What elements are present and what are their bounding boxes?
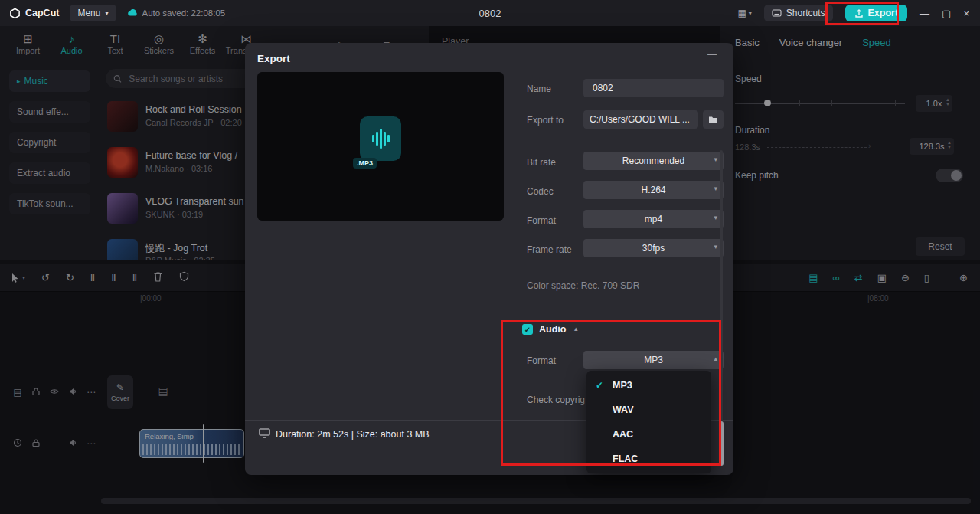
keyboard-icon — [772, 9, 782, 17]
folder-icon — [708, 116, 718, 124]
menu-button[interactable]: Menu ▾ — [70, 5, 116, 21]
chevron-down-icon: ▾ — [714, 185, 717, 192]
frame-rate-value: 30fps — [642, 243, 665, 254]
chevron-down-icon: ▾ — [749, 10, 752, 17]
export-preview: .MP3 — [257, 72, 504, 221]
name-label: Name — [527, 83, 551, 94]
layout-grid-icon: ▦ — [737, 8, 746, 18]
file-waveform-icon — [360, 116, 401, 161]
format-value: mp4 — [645, 214, 662, 224]
format-dropdown[interactable]: mp4 ▾ — [583, 210, 724, 228]
mp3-file-icon: .MP3 — [358, 116, 403, 167]
format-label: Format — [527, 215, 556, 226]
codec-dropdown[interactable]: H.264 ▾ — [583, 181, 724, 199]
logo-text: CapCut — [25, 8, 59, 18]
name-input[interactable] — [591, 82, 724, 94]
capcut-logo-icon — [9, 8, 21, 19]
autosave-status: Auto saved: 22:08:05 — [127, 8, 226, 18]
codec-value: H.264 — [641, 185, 665, 195]
bit-rate-value: Recommended — [622, 156, 684, 166]
bit-rate-label: Bit rate — [527, 157, 556, 168]
name-field-wrap — [583, 79, 724, 97]
export-summary: Duration: 2m 52s | Size: about 3 MB — [276, 429, 430, 440]
chevron-down-icon: ▾ — [105, 10, 108, 17]
autosave-text: Auto saved: 22:08:05 — [142, 8, 226, 18]
dialog-minimize-icon[interactable]: — — [707, 49, 717, 60]
minimize-button[interactable]: — — [920, 8, 929, 19]
codec-label: Codec — [527, 186, 554, 197]
frame-rate-dropdown[interactable]: 30fps ▾ — [583, 239, 724, 257]
color-space-text: Color space: Rec. 709 SDR — [527, 280, 639, 291]
cloud-save-icon — [127, 8, 138, 18]
display-icon — [259, 428, 270, 438]
chevron-down-icon: ▾ — [714, 214, 717, 221]
document-title: 0802 — [479, 8, 501, 19]
browse-folder-button[interactable] — [703, 110, 724, 129]
bit-rate-dropdown[interactable]: Recommended ▾ — [583, 152, 724, 170]
chevron-down-icon: ▾ — [714, 243, 717, 250]
menu-label: Menu — [77, 8, 100, 18]
chevron-down-icon: ▾ — [714, 156, 717, 163]
layout-switcher[interactable]: ▦ ▾ — [737, 8, 751, 18]
export-to-label: Export to — [527, 115, 564, 126]
export-path-field[interactable]: C:/Users/GOOD WILL ... — [583, 110, 698, 129]
maximize-button[interactable]: ▢ — [942, 8, 951, 19]
shortcuts-label: Shortcuts — [786, 8, 825, 18]
close-button[interactable]: × — [963, 8, 969, 19]
dialog-title: Export — [257, 53, 290, 64]
capcut-logo: CapCut — [9, 8, 59, 19]
frame-rate-label: Frame rate — [527, 244, 572, 255]
capcut-app: ⊞ Import ♪ Audio TI Text ◎ Stickers ✻ Ef… — [0, 0, 980, 514]
highlight-box-export — [825, 2, 899, 25]
export-path-value: C:/Users/GOOD WILL ... — [590, 114, 690, 125]
highlight-box-audio — [501, 320, 721, 466]
file-type-badge: .MP3 — [353, 158, 377, 169]
shortcuts-button[interactable]: Shortcuts — [764, 5, 833, 21]
